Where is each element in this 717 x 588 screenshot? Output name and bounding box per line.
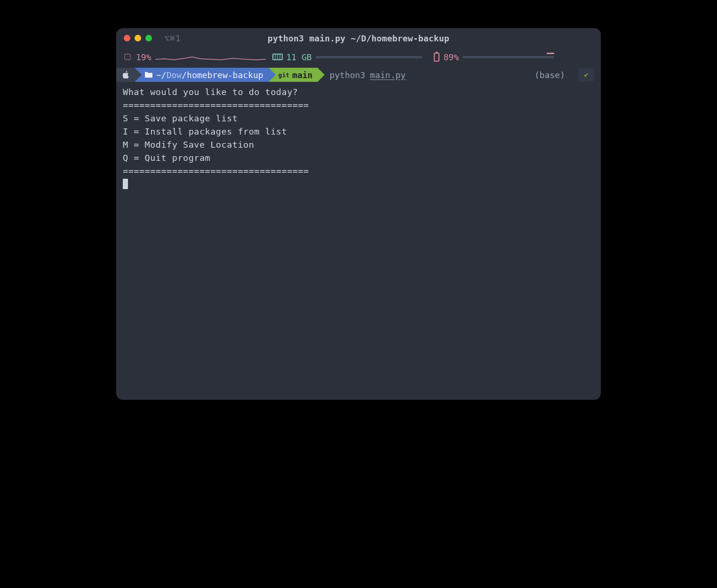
memory-icon bbox=[272, 53, 283, 61]
check-icon: ✔ bbox=[584, 71, 588, 79]
cpu-status: 19% bbox=[123, 51, 266, 63]
menu-option-install: I = Install packages from list bbox=[123, 127, 287, 136]
prompt-line: ~/Dow/homebrew-backup git main python3 m… bbox=[116, 66, 601, 83]
maximize-button[interactable] bbox=[145, 35, 152, 41]
git-label: git bbox=[279, 72, 289, 79]
memory-bar bbox=[316, 56, 422, 58]
status-check-icon: ✔ bbox=[578, 68, 594, 81]
svg-rect-0 bbox=[125, 54, 130, 60]
battery-bar bbox=[462, 56, 554, 58]
cpu-icon bbox=[123, 52, 132, 62]
output-separator: ================================== bbox=[123, 100, 309, 110]
terminal-window: ⌥⌘1 python3 main.py ~/D/homebrew-backup … bbox=[116, 28, 601, 400]
tab-shortcut: ⌥⌘1 bbox=[164, 33, 181, 43]
menu-option-save: S = Save package list bbox=[123, 113, 238, 123]
minimize-button[interactable] bbox=[135, 35, 141, 41]
svg-rect-6 bbox=[436, 52, 438, 53]
window-title: python3 main.py ~/D/homebrew-backup bbox=[116, 33, 601, 43]
status-bar: 19% 11 GB 89% bbox=[116, 48, 601, 66]
prompt-segment-os bbox=[116, 68, 135, 82]
path-dim: Dow bbox=[167, 70, 182, 80]
cursor[interactable] bbox=[123, 179, 128, 189]
prompt-right: (base) ✔ bbox=[534, 68, 594, 81]
tab-indicator: ⌥⌘1 bbox=[164, 33, 181, 43]
output-line: What would you like to do today? bbox=[123, 87, 298, 97]
command-area[interactable]: python3 main.py bbox=[329, 70, 406, 80]
conda-env: (base) bbox=[534, 70, 565, 80]
battery-icon bbox=[433, 52, 440, 62]
apple-icon bbox=[123, 71, 129, 79]
memory-value: 11 GB bbox=[287, 52, 312, 62]
command-name: python3 bbox=[329, 70, 365, 80]
battery-percent: 89% bbox=[444, 52, 459, 62]
path-rest: /homebrew-backup bbox=[182, 70, 263, 80]
prompt-segment-path: ~/Dow/homebrew-backup bbox=[135, 68, 269, 82]
menu-option-quit: Q = Quit program bbox=[123, 153, 210, 163]
git-branch: main bbox=[292, 70, 312, 80]
cpu-graph bbox=[155, 51, 266, 63]
prompt-segment-git: git main bbox=[269, 68, 319, 82]
close-button[interactable] bbox=[124, 35, 130, 41]
menu-option-modify: M = Modify Save Location bbox=[123, 140, 254, 150]
cpu-percent: 19% bbox=[136, 52, 151, 62]
titlebar: ⌥⌘1 python3 main.py ~/D/homebrew-backup bbox=[116, 28, 601, 48]
output-separator: ================================== bbox=[123, 166, 309, 176]
battery-status: 89% bbox=[433, 52, 555, 62]
path-prefix: ~/ bbox=[156, 70, 167, 80]
battery-marker bbox=[547, 53, 554, 54]
memory-status: 11 GB bbox=[272, 52, 422, 62]
command-arg: main.py bbox=[370, 70, 406, 80]
folder-icon bbox=[144, 72, 152, 78]
traffic-lights bbox=[124, 35, 152, 41]
terminal-output[interactable]: What would you like to do today? =======… bbox=[116, 83, 601, 400]
svg-rect-5 bbox=[434, 53, 439, 61]
